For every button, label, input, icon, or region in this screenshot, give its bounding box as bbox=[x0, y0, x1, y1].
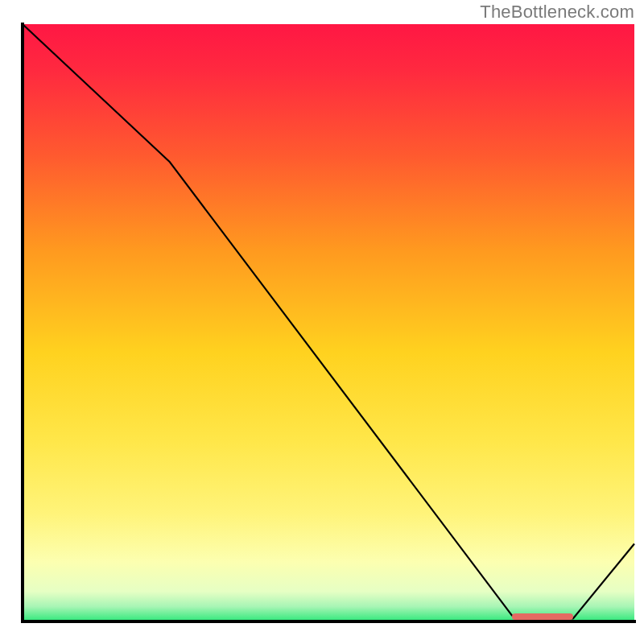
chart-container: TheBottleneck.com bbox=[0, 0, 644, 644]
gradient-background bbox=[23, 24, 634, 621]
bottleneck-chart bbox=[0, 0, 644, 644]
optimal-marker bbox=[512, 613, 573, 620]
